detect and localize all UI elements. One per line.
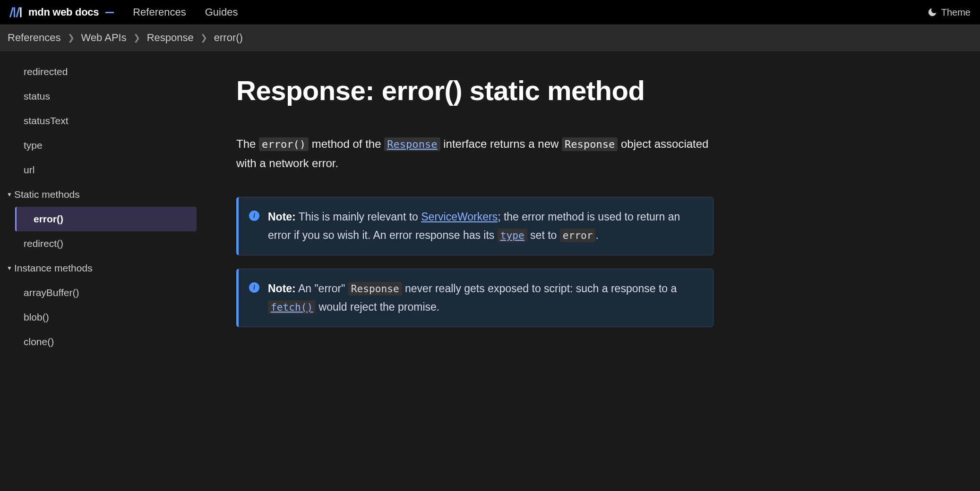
topbar: mdn web docs References Guides Theme <box>0 0 980 25</box>
triangle-down-icon: ▼ <box>7 191 12 198</box>
intro-paragraph: The error() method of the Response inter… <box>236 135 714 173</box>
main-content: Response: error() static method The erro… <box>203 51 723 363</box>
triangle-down-icon: ▼ <box>7 265 12 271</box>
logo[interactable]: mdn web docs <box>9 6 114 19</box>
code-response: Response <box>348 282 402 296</box>
sidebar-item-redirect[interactable]: redirect() <box>15 231 197 256</box>
logo-mark-icon <box>9 6 24 19</box>
sidebar-item-clone[interactable]: clone() <box>15 330 197 354</box>
link-fetch[interactable]: fetch() <box>268 301 316 313</box>
sidebar-item-type[interactable]: type <box>15 133 197 158</box>
link-serviceworkers[interactable]: ServiceWorkers <box>421 211 498 223</box>
sidebar-heading-static[interactable]: ▼ Static methods <box>7 182 197 207</box>
sidebar-item-error[interactable]: error() <box>15 207 197 231</box>
chevron-right-icon: ❯ <box>200 33 207 43</box>
code-response: Response <box>562 137 618 151</box>
info-icon: i <box>249 211 259 221</box>
moon-icon <box>927 7 937 17</box>
info-icon: i <box>249 282 259 293</box>
code-error: error() <box>259 137 309 151</box>
sidebar-item-statustext[interactable]: statusText <box>15 109 197 133</box>
link-type[interactable]: type <box>498 229 527 241</box>
breadcrumb: References ❯ Web APIs ❯ Response ❯ error… <box>0 25 980 51</box>
sidebar-heading-instance[interactable]: ▼ Instance methods <box>7 256 197 280</box>
note-error-response: i Note: An "error" Response never really… <box>236 269 714 327</box>
note-label: Note: <box>268 282 296 295</box>
theme-toggle[interactable]: Theme <box>927 7 971 18</box>
theme-label: Theme <box>941 7 971 18</box>
crumb-references[interactable]: References <box>8 32 61 44</box>
sidebar-item-url[interactable]: url <box>15 158 197 182</box>
page-title: Response: error() static method <box>236 75 714 106</box>
brand-text: mdn web docs <box>28 6 99 18</box>
nav-guides[interactable]: Guides <box>205 6 238 18</box>
sidebar: redirected status statusText type url ▼ … <box>0 51 203 363</box>
brand-underscore-icon <box>105 12 114 13</box>
link-response[interactable]: Response <box>384 137 440 150</box>
note-label: Note: <box>268 211 296 223</box>
sidebar-item-redirected[interactable]: redirected <box>15 59 197 84</box>
top-nav: References Guides <box>133 6 238 18</box>
chevron-right-icon: ❯ <box>133 33 140 43</box>
note-serviceworkers: i Note: This is mainly relevant to Servi… <box>236 197 714 255</box>
code-error-value: error <box>560 229 596 242</box>
crumb-error[interactable]: error() <box>214 32 243 44</box>
sidebar-heading-instance-label: Instance methods <box>14 262 93 274</box>
nav-references[interactable]: References <box>133 6 186 18</box>
sidebar-item-status[interactable]: status <box>15 84 197 109</box>
sidebar-item-blob[interactable]: blob() <box>15 305 197 330</box>
crumb-response[interactable]: Response <box>147 32 194 44</box>
chevron-right-icon: ❯ <box>68 33 75 43</box>
sidebar-heading-static-label: Static methods <box>14 189 80 200</box>
sidebar-item-arraybuffer[interactable]: arrayBuffer() <box>15 280 197 305</box>
crumb-webapis[interactable]: Web APIs <box>81 32 127 44</box>
